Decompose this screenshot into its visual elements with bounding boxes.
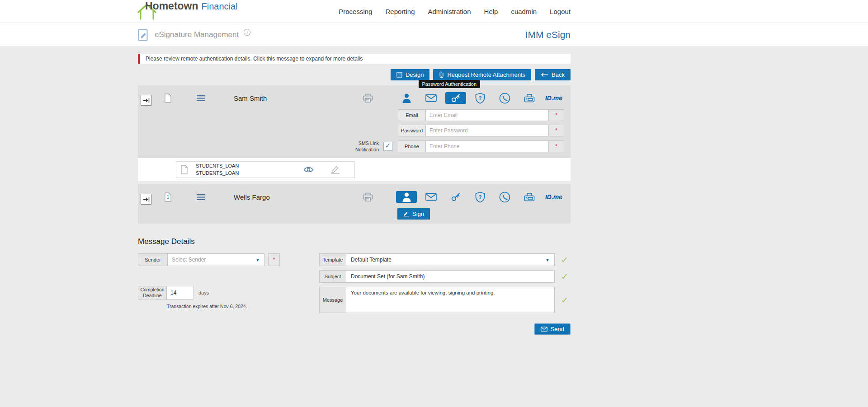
drag-handle-icon[interactable] — [197, 194, 205, 200]
template-select[interactable]: Default Template ▼ — [346, 253, 555, 266]
subject-field[interactable] — [346, 270, 555, 283]
required-marker: * — [549, 109, 564, 121]
document-page-icon — [165, 94, 171, 103]
document-count: 1 — [165, 195, 171, 200]
check-icon: ✓ — [561, 255, 568, 265]
nav-item-user[interactable]: cuadmin — [511, 8, 537, 15]
check-icon: ✓ — [561, 295, 568, 305]
required-marker: * — [549, 125, 564, 136]
authentication-options: ? — [396, 191, 564, 203]
esign-document-icon — [138, 29, 149, 41]
nav-item-help[interactable]: Help — [484, 8, 498, 15]
svg-text:?: ? — [479, 194, 482, 199]
security-question-icon[interactable]: ? — [470, 191, 491, 203]
nav-item-reporting[interactable]: Reporting — [385, 8, 415, 15]
required-marker: * — [268, 253, 280, 266]
password-authentication-tooltip: Password Authentication — [419, 80, 480, 88]
days-unit-label: days — [198, 290, 209, 295]
toolbar: Design Request Remote Attachments Back P… — [138, 69, 571, 80]
svg-text:?: ? — [479, 95, 482, 100]
phone-call-icon[interactable] — [494, 92, 515, 104]
back-arrow-icon — [541, 72, 548, 77]
arrow-to-bar-icon — [143, 98, 150, 103]
phone-call-icon[interactable] — [494, 191, 515, 203]
signer-route-button[interactable] — [141, 194, 152, 205]
password-auth-icon[interactable] — [445, 191, 466, 203]
template-label: Template — [319, 253, 346, 266]
signer-route-button[interactable] — [141, 95, 152, 106]
email-field[interactable] — [426, 109, 549, 121]
sms-link-notification-label: SMS Link Notification — [351, 140, 379, 153]
sms-link-notification-checkbox[interactable]: ✓ — [383, 142, 392, 151]
fax-icon[interactable] — [519, 92, 540, 104]
message-label: Message — [319, 287, 346, 313]
password-field[interactable] — [426, 125, 549, 136]
completion-deadline-label: Completion Deadline — [138, 286, 167, 299]
chevron-down-icon: ▼ — [545, 257, 550, 262]
paperclip-icon — [439, 71, 444, 78]
design-button[interactable]: Design — [391, 69, 429, 80]
sign-pen-icon[interactable] — [330, 165, 341, 174]
authentication-options: ? — [396, 92, 564, 104]
message-field[interactable]: Your documents are available for viewing… — [346, 287, 555, 313]
document-count-icon: 1 — [165, 192, 171, 202]
send-envelope-icon — [541, 327, 547, 332]
document-title: STUDENTS_LOAN STUDENTS_LOAN — [196, 163, 239, 177]
fax-icon[interactable] — [519, 191, 540, 203]
password-auth-form: Email * Password * SMS Link Notification… — [138, 106, 571, 158]
document-list-row: STUDENTS_LOAN STUDENTS_LOAN — [138, 158, 571, 181]
document-item: STUDENTS_LOAN STUDENTS_LOAN — [176, 161, 355, 178]
sender-select[interactable]: Select Sender ▼ — [168, 253, 264, 266]
page-header: eSignature Management i IMM eSign — [0, 23, 868, 47]
brand-logo: Hometown Financial — [138, 0, 238, 23]
check-icon: ✓ — [385, 142, 391, 150]
required-marker: * — [549, 140, 564, 152]
phone-field[interactable] — [426, 140, 549, 152]
sign-button[interactable]: Sign — [397, 208, 430, 220]
phone-label: Phone — [398, 140, 426, 152]
preview-eye-icon[interactable] — [303, 166, 314, 173]
notification-banner[interactable]: Please review remote authentication deta… — [138, 54, 571, 64]
top-bar: Hometown Financial Processing Reporting … — [0, 0, 868, 23]
password-label: Password — [398, 125, 426, 136]
back-button[interactable]: Back — [535, 69, 571, 80]
send-button[interactable]: Send — [534, 323, 571, 335]
idme-logo[interactable]: ID.me — [543, 191, 564, 203]
sign-pen-icon — [403, 211, 409, 217]
message-details-heading: Message Details — [138, 237, 571, 246]
check-icon: ✓ — [561, 271, 568, 282]
drag-handle-icon[interactable] — [197, 95, 205, 101]
design-icon — [396, 72, 402, 78]
completion-deadline-field[interactable] — [167, 286, 194, 299]
sender-label: Sender — [138, 253, 168, 266]
password-auth-icon[interactable] — [445, 92, 466, 104]
signer-name: Wells Fargo — [234, 193, 270, 201]
nav-item-processing[interactable]: Processing — [339, 8, 372, 15]
info-icon[interactable]: i — [244, 29, 250, 36]
arrow-to-bar-icon — [143, 196, 150, 202]
email-auth-icon[interactable] — [420, 191, 441, 203]
brand-name: Hometown — [145, 0, 198, 12]
idme-logo[interactable]: ID.me — [543, 92, 564, 104]
page-title: eSignature Management — [155, 30, 239, 39]
nav-item-logout[interactable]: Logout — [550, 8, 571, 15]
chevron-down-icon: ▼ — [255, 257, 260, 262]
signer-name: Sam Smith — [234, 94, 267, 102]
in-person-icon[interactable] — [396, 191, 417, 203]
brand-suffix: Financial — [202, 1, 238, 12]
security-question-icon[interactable]: ? — [470, 92, 491, 104]
subject-label: Subject — [319, 270, 346, 283]
expiration-note: Transaction expires after Nov 6, 2024. — [167, 304, 319, 309]
top-navigation: Processing Reporting Administration Help… — [339, 8, 571, 15]
product-name: IMM eSign — [525, 29, 571, 40]
request-remote-attachments-button[interactable]: Request Remote Attachments — [433, 69, 531, 80]
document-page-icon — [181, 165, 188, 174]
printer-icon[interactable] — [363, 192, 373, 202]
nav-item-administration[interactable]: Administration — [428, 8, 471, 15]
email-label: Email — [398, 109, 426, 121]
signer-panel-sam-smith: Sam Smith — [138, 85, 571, 158]
printer-icon[interactable] — [363, 94, 373, 103]
in-person-icon[interactable] — [396, 92, 417, 104]
signer-panel-wells-fargo: 1 Wells Fargo — [138, 184, 571, 224]
email-auth-icon[interactable] — [420, 92, 441, 104]
